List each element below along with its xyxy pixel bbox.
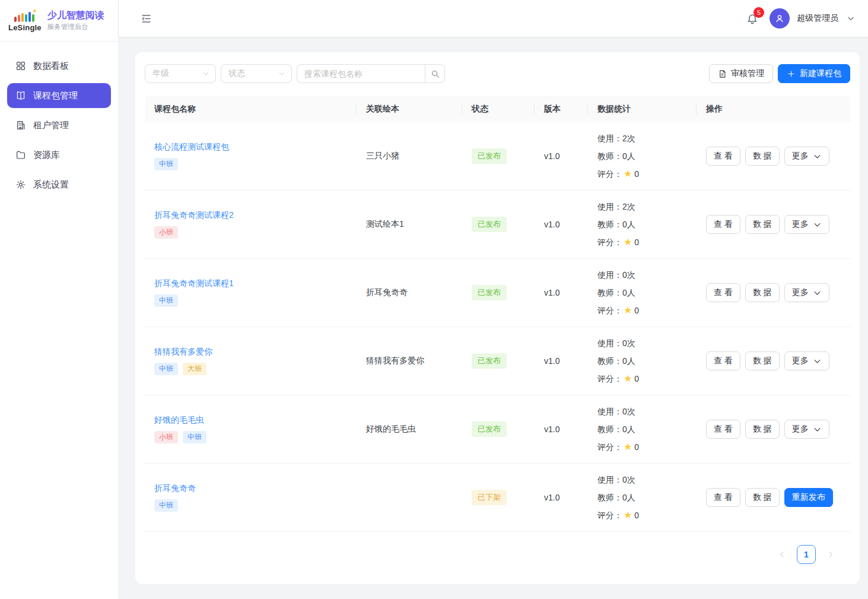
star-icon: ★ <box>624 511 632 520</box>
star-icon: ★ <box>624 442 632 452</box>
data-button[interactable]: 数 据 <box>745 147 780 166</box>
data-button[interactable]: 数 据 <box>745 420 780 439</box>
menu-fold-icon[interactable] <box>138 10 154 27</box>
package-name-link[interactable]: 折耳兔奇奇测试课程1 <box>154 278 234 289</box>
cell-status: 已下架 <box>462 490 535 505</box>
more-button[interactable]: 更多 <box>784 147 829 166</box>
sidebar-item-系统设置[interactable]: 系统设置 <box>7 172 111 197</box>
data-button-label: 数 据 <box>753 356 772 366</box>
cell-version: v1.0 <box>535 424 588 434</box>
star-icon: ★ <box>624 237 632 247</box>
stat-usage: 使用：2次 <box>597 129 687 147</box>
republish-button[interactable]: 重新发布 <box>784 488 833 507</box>
cell-package-name: 猜猜我有多爱你中班大班 <box>145 347 357 375</box>
grade-tag: 中班 <box>154 363 178 375</box>
create-course-package-button[interactable]: 新建课程包 <box>778 64 850 83</box>
status-badge: 已发布 <box>472 148 507 164</box>
cell-related-book: 测试绘本1 <box>357 219 462 230</box>
more-button[interactable]: 更多 <box>784 351 829 370</box>
stat-usage: 使用：0次 <box>597 402 687 420</box>
stat-rating: 评分：★0 <box>597 506 687 524</box>
cell-package-name: 好饿的毛毛虫小班中班 <box>145 415 357 443</box>
cell-operations: 查 看数 据更多 <box>697 215 850 234</box>
grade-select[interactable]: 年级 <box>145 64 216 83</box>
user-icon <box>774 13 785 24</box>
sidebar-item-label: 课程包管理 <box>33 90 78 102</box>
more-button[interactable]: 更多 <box>784 420 829 439</box>
package-name-link[interactable]: 猜猜我有多爱你 <box>154 347 212 357</box>
package-name-link[interactable]: 核心流程测试课程包 <box>154 142 229 153</box>
folder-icon <box>15 150 26 160</box>
view-button[interactable]: 查 看 <box>706 351 740 370</box>
stat-usage: 使用：0次 <box>597 266 687 284</box>
notification-badge: 5 <box>753 7 764 18</box>
stat-rating: 评分：★0 <box>597 438 687 456</box>
sidebar-item-租户管理[interactable]: 租户管理 <box>7 113 111 138</box>
search-input[interactable] <box>297 64 425 83</box>
notification-bell-icon[interactable]: 5 <box>743 9 761 27</box>
star-icon: ★ <box>624 169 632 179</box>
stat-teachers: 教师：0人 <box>597 489 687 506</box>
data-button-label: 数 据 <box>753 287 772 298</box>
cell-stats: 使用：0次教师：0人评分：★0 <box>588 266 697 319</box>
stat-usage: 使用：0次 <box>597 471 687 489</box>
sidebar-item-数据看板[interactable]: 数据看板 <box>7 53 111 78</box>
status-badge: 已发布 <box>472 285 507 300</box>
package-name-link[interactable]: 好饿的毛毛虫 <box>154 415 204 426</box>
package-name-link[interactable]: 折耳兔奇奇 <box>154 483 196 494</box>
grade-tags: 小班 <box>154 226 347 238</box>
view-button-label: 查 看 <box>714 219 733 230</box>
course-package-table: 课程包名称 关联绘本 状态 版本 数据统计 操作 核心流程测试课程包中班三只小猪… <box>145 96 850 532</box>
data-button-label: 数 据 <box>753 492 772 503</box>
star-icon: ★ <box>624 374 632 384</box>
data-button[interactable]: 数 据 <box>745 488 780 507</box>
rating-value: 0 <box>634 506 639 524</box>
pagination-page-1[interactable]: 1 <box>797 545 816 564</box>
grade-tag: 中班 <box>183 431 206 443</box>
table-row: 折耳兔奇奇中班已下架v1.0使用：0次教师：0人评分：★0查 看数 据重新发布 <box>145 464 850 532</box>
sidebar-item-label: 系统设置 <box>33 179 69 191</box>
pagination-prev-icon[interactable] <box>778 550 786 559</box>
view-button[interactable]: 查 看 <box>706 283 740 302</box>
app-title: 少儿智慧阅读 <box>47 9 104 21</box>
chevron-down-icon[interactable] <box>847 14 855 23</box>
view-button[interactable]: 查 看 <box>706 488 740 507</box>
column-header-version: 版本 <box>535 104 588 115</box>
grade-tag: 中班 <box>154 158 178 170</box>
more-button-label: 更多 <box>792 424 809 435</box>
cell-operations: 查 看数 据更多 <box>697 283 850 302</box>
cell-operations: 查 看数 据更多 <box>697 147 850 166</box>
cell-package-name: 核心流程测试课程包中班 <box>145 142 357 170</box>
cell-package-name: 折耳兔奇奇测试课程2小班 <box>145 210 357 238</box>
cell-version: v1.0 <box>535 356 588 366</box>
view-button[interactable]: 查 看 <box>706 420 740 439</box>
user-name[interactable]: 超级管理员 <box>797 13 838 24</box>
view-button[interactable]: 查 看 <box>706 215 740 234</box>
table-row: 猜猜我有多爱你中班大班猜猜我有多爱你已发布v1.0使用：0次教师：0人评分：★0… <box>145 327 850 395</box>
chevron-down-icon <box>813 152 822 161</box>
cell-status: 已发布 <box>462 217 535 232</box>
cell-related-book: 猜猜我有多爱你 <box>357 356 462 366</box>
stat-teachers: 教师：0人 <box>597 420 687 438</box>
stat-rating: 评分：★0 <box>597 370 687 388</box>
stat-usage: 使用：2次 <box>597 198 687 215</box>
audit-management-button[interactable]: 审核管理 <box>709 64 773 83</box>
sidebar-item-label: 租户管理 <box>33 120 69 131</box>
cell-related-book: 三只小猪 <box>357 151 462 161</box>
sidebar-item-课程包管理[interactable]: 课程包管理 <box>7 83 111 108</box>
data-button[interactable]: 数 据 <box>745 215 780 234</box>
sidebar-item-资源库[interactable]: 资源库 <box>7 142 111 167</box>
pagination-next-icon[interactable] <box>826 550 835 559</box>
search-button[interactable] <box>425 64 445 83</box>
package-name-link[interactable]: 折耳兔奇奇测试课程2 <box>154 210 234 221</box>
cell-package-name: 折耳兔奇奇中班 <box>145 483 357 511</box>
view-button[interactable]: 查 看 <box>706 147 740 166</box>
status-select[interactable]: 状态 <box>221 64 292 83</box>
avatar[interactable] <box>770 8 790 28</box>
column-header-stats: 数据统计 <box>588 104 697 115</box>
more-button[interactable]: 更多 <box>784 283 829 302</box>
table-row: 核心流程测试课程包中班三只小猪已发布v1.0使用：2次教师：0人评分：★0查 看… <box>145 122 850 191</box>
data-button[interactable]: 数 据 <box>745 351 780 370</box>
more-button[interactable]: 更多 <box>784 215 829 234</box>
data-button[interactable]: 数 据 <box>745 283 780 302</box>
